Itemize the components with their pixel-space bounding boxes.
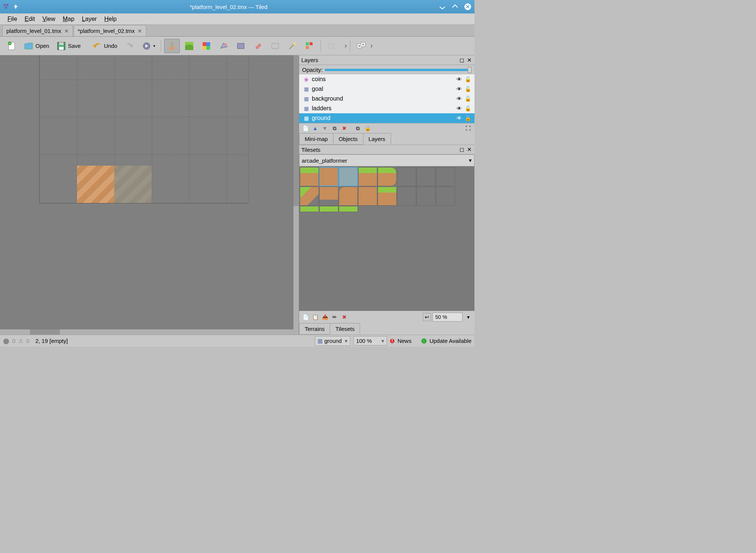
tile[interactable] (436, 187, 455, 206)
tile[interactable] (300, 167, 319, 186)
tile[interactable] (417, 187, 436, 206)
stamp-brush-button[interactable] (164, 39, 180, 53)
toggle-other-layers-button[interactable]: ⧉ (354, 124, 362, 132)
file-tab[interactable]: *platform_level_02.tmx ✕ (74, 25, 147, 36)
lock-icon[interactable]: 🔓 (465, 115, 471, 121)
redo-button[interactable] (122, 39, 137, 53)
tile[interactable] (339, 187, 358, 206)
tab-layers[interactable]: Layers (363, 133, 391, 145)
menu-layer[interactable]: Layer (78, 14, 101, 24)
tile[interactable] (319, 206, 338, 212)
tile[interactable] (339, 206, 358, 212)
tileset-zoom-input[interactable] (433, 313, 462, 322)
marquee-select-button[interactable] (267, 39, 283, 53)
tile[interactable] (417, 167, 436, 186)
menu-help[interactable]: Help (101, 14, 120, 24)
file-tab[interactable]: platform_level_01.tmx ✕ (2, 25, 73, 36)
tab-terrains[interactable]: Terrains (299, 323, 330, 335)
new-tileset-button[interactable]: 📄 (301, 313, 310, 321)
tab-mini-map[interactable]: Mini-map (299, 133, 334, 145)
duplicate-layer-button[interactable]: ⧉ (331, 124, 339, 132)
tile[interactable] (319, 187, 338, 206)
delete-tileset-button[interactable]: ✖ (340, 313, 348, 321)
close-icon[interactable] (464, 3, 471, 10)
error-icon[interactable]: ⬤ (3, 338, 9, 344)
map-canvas[interactable] (0, 55, 299, 335)
lock-icon[interactable]: 🔓 (465, 105, 471, 111)
tile[interactable] (378, 187, 397, 206)
menu-map[interactable]: Map (59, 14, 78, 24)
lock-icon[interactable]: 🔓 (465, 86, 471, 92)
tile[interactable] (397, 187, 416, 206)
lock-icon[interactable]: 🔓 (465, 96, 471, 102)
panel-float-icon[interactable]: ◻ (459, 147, 465, 153)
update-button[interactable]: Update Available (430, 338, 471, 344)
layer-row[interactable]: ▦ background 👁 🔓 (299, 94, 474, 104)
visibility-icon[interactable]: 👁 (457, 76, 462, 82)
menu-file[interactable]: File (4, 14, 21, 24)
random-mode-button[interactable] (353, 39, 369, 53)
zoom-select[interactable]: 100 % (353, 336, 387, 345)
menu-view[interactable]: View (39, 14, 59, 24)
layer-highlight-button[interactable]: ⛶ (464, 124, 472, 132)
select-same-tile-button[interactable] (302, 39, 317, 53)
panel-close-icon[interactable]: ✕ (466, 147, 472, 153)
tile[interactable] (339, 167, 358, 186)
visibility-icon[interactable]: 👁 (457, 86, 462, 92)
command-button[interactable]: ▾ (139, 39, 158, 53)
panel-float-icon[interactable]: ◻ (459, 57, 465, 63)
tab-objects[interactable]: Objects (333, 133, 363, 145)
zoom-dropdown-icon[interactable]: ▾ (464, 313, 472, 321)
export-tileset-button[interactable]: 📤 (321, 313, 329, 321)
news-icon[interactable]: ! (390, 339, 394, 343)
terrain-brush-button[interactable] (181, 39, 197, 53)
rectangle-select-button[interactable] (233, 39, 249, 53)
maximize-icon[interactable] (451, 3, 459, 10)
new-button[interactable]: + (4, 39, 19, 53)
opacity-slider[interactable] (325, 69, 471, 71)
dynamic-wrap-button[interactable]: ↩ (423, 313, 431, 321)
open-button[interactable]: Open (21, 39, 52, 53)
visibility-icon[interactable]: 👁 (457, 105, 462, 111)
layer-down-button[interactable]: ▼ (321, 124, 329, 132)
tile[interactable] (300, 206, 319, 212)
embed-tileset-button[interactable]: 📋 (311, 313, 319, 321)
lock-icon[interactable]: 🔓 (465, 76, 471, 82)
eraser-button[interactable] (250, 39, 266, 53)
new-layer-button[interactable]: 📄 (301, 124, 310, 132)
bucket-fill-button[interactable] (199, 39, 214, 53)
tileset-grid[interactable] (299, 166, 474, 311)
shape-fill-button[interactable] (216, 39, 231, 53)
save-button[interactable]: Save (53, 39, 83, 53)
canvas-vertical-scrollbar[interactable] (294, 55, 299, 329)
tile[interactable] (358, 187, 377, 206)
delete-layer-button[interactable]: ✖ (340, 124, 348, 132)
tile[interactable] (397, 167, 416, 186)
canvas-horizontal-scrollbar[interactable] (0, 329, 299, 335)
tile[interactable] (300, 187, 319, 206)
news-button[interactable]: News (397, 338, 412, 344)
close-tab-icon[interactable]: ✕ (64, 28, 69, 34)
layer-row[interactable]: ▦ ground 👁 🔓 (299, 113, 474, 123)
pin-icon[interactable] (13, 4, 19, 10)
layer-offset-button[interactable] (324, 39, 339, 53)
tile[interactable] (319, 167, 338, 186)
layer-row[interactable]: ▦ goal 👁 🔓 (299, 84, 474, 94)
tile[interactable] (436, 167, 455, 186)
magic-wand-button[interactable] (285, 39, 300, 53)
tile[interactable] (358, 167, 377, 186)
close-tab-icon[interactable]: ✕ (138, 28, 142, 34)
undo-button[interactable]: Undo (89, 39, 120, 53)
layer-up-button[interactable]: ▲ (311, 124, 319, 132)
layer-row[interactable]: ◉ coins 👁 🔓 (299, 74, 474, 84)
lock-layer-button[interactable]: 🔒 (363, 124, 372, 132)
minimize-icon[interactable] (439, 3, 446, 10)
visibility-icon[interactable]: 👁 (457, 96, 462, 102)
menu-edit[interactable]: Edit (21, 14, 39, 24)
edit-tileset-button[interactable]: ✏ (331, 313, 339, 321)
layer-row[interactable]: ▦ ladders 👁 🔓 (299, 104, 474, 113)
visibility-icon[interactable]: 👁 (457, 115, 462, 121)
tab-tilesets[interactable]: Tilesets (330, 323, 360, 335)
update-icon[interactable]: ↓ (421, 338, 427, 344)
warning-icon[interactable]: ⚠ (18, 338, 23, 344)
